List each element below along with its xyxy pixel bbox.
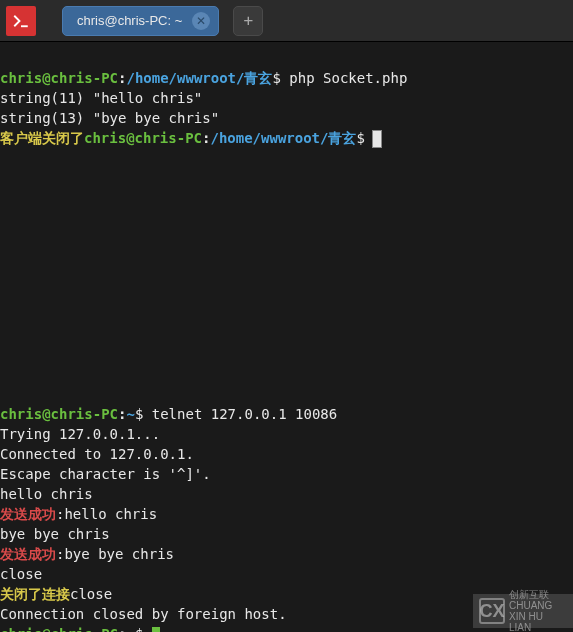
prompt-dollar: $	[135, 626, 152, 632]
prompt-dollar: $	[272, 70, 289, 86]
new-tab-button[interactable]: +	[233, 6, 263, 36]
output-line-status: 发送成功	[0, 506, 56, 522]
output-line: Connected to 127.0.0.1.	[0, 446, 194, 462]
output-line: :bye bye chris	[56, 546, 174, 562]
prompt-user: chris@chris-PC	[84, 130, 202, 146]
tab-label: chris@chris-PC: ~	[77, 13, 182, 28]
watermark-line1: 创新互联	[509, 589, 567, 600]
command-text: php Socket.php	[289, 70, 407, 86]
prompt-user: chris@chris-PC	[0, 70, 118, 86]
prompt-icon	[12, 12, 30, 30]
terminal-app-icon[interactable]	[6, 6, 36, 36]
prompt-path: ~	[126, 626, 134, 632]
output-line: Escape character is '^]'.	[0, 466, 211, 482]
titlebar: chris@chris-PC: ~ ✕ +	[0, 0, 573, 42]
command-text: telnet 127.0.0.1 10086	[152, 406, 337, 422]
terminal-pane-top[interactable]: chris@chris-PC:/home/wwwroot/青玄$ php Soc…	[0, 42, 573, 380]
prompt-dollar: $	[135, 406, 152, 422]
tab-terminal[interactable]: chris@chris-PC: ~ ✕	[62, 6, 219, 36]
output-line: close	[0, 566, 42, 582]
prompt-path: /home/wwwroot/青玄	[126, 70, 272, 86]
prompt-user: chris@chris-PC	[0, 406, 118, 422]
output-line: close	[70, 586, 112, 602]
output-line-status: 发送成功	[0, 546, 56, 562]
watermark: CX 创新互联 CHUANG XIN HU LIAN	[473, 594, 573, 628]
plus-icon: +	[243, 11, 253, 30]
output-line: bye bye chris	[0, 526, 110, 542]
cursor-icon	[373, 131, 381, 147]
cursor-icon	[152, 627, 160, 632]
output-line-status: 客户端关闭了	[0, 130, 84, 146]
output-line: :hello chris	[56, 506, 157, 522]
prompt-path: /home/wwwroot/青玄	[210, 130, 356, 146]
output-line: Connection closed by foreign host.	[0, 606, 287, 622]
prompt-dollar: $	[356, 130, 373, 146]
output-line: hello chris	[0, 486, 93, 502]
watermark-text: 创新互联 CHUANG XIN HU LIAN	[509, 589, 567, 632]
prompt-user: chris@chris-PC	[0, 626, 118, 632]
tab-close-icon[interactable]: ✕	[192, 12, 210, 30]
watermark-line2: CHUANG XIN HU LIAN	[509, 600, 567, 632]
output-line: string(13) "bye bye chris"	[0, 110, 219, 126]
prompt-path: ~	[126, 406, 134, 422]
output-line-status: 关闭了连接	[0, 586, 70, 602]
watermark-logo-icon: CX	[479, 598, 505, 624]
output-line: Trying 127.0.0.1...	[0, 426, 160, 442]
output-line: string(11) "hello chris"	[0, 90, 202, 106]
